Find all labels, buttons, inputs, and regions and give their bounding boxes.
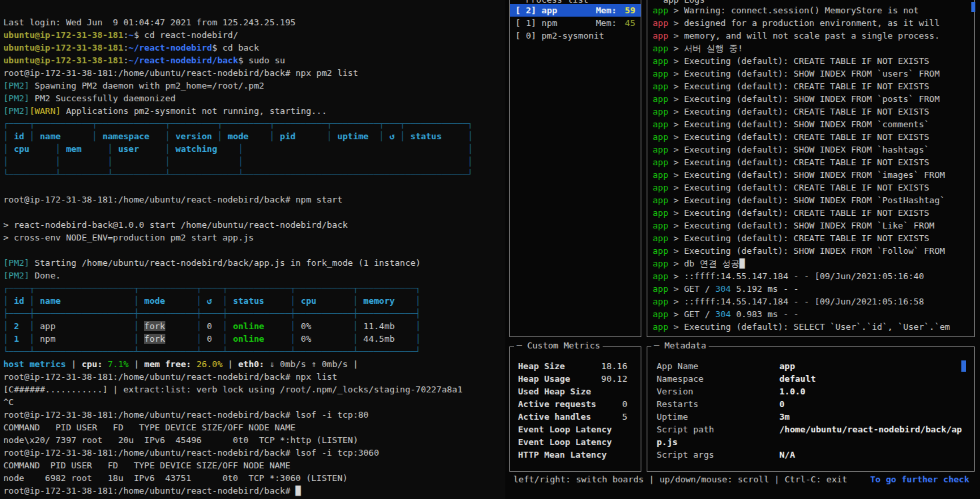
- metadata-row: App Nameapp: [647, 360, 974, 372]
- process-index: [ 0]: [515, 31, 536, 41]
- metric-row: Event Loop Latency: [510, 423, 641, 436]
- terminal-line: app > Executing (default): CREATE TABLE …: [653, 207, 969, 219]
- process-mem-value: 59: [621, 4, 635, 17]
- terminal-line: [3, 206, 505, 219]
- metadata-row: Namespacedefault: [647, 372, 974, 385]
- process-mem-label: Mem:: [596, 18, 617, 28]
- metric-row: Heap Size18.16: [510, 360, 641, 372]
- custom-metrics-title: Custom Metrics: [514, 340, 603, 350]
- terminal-line: app > Executing (default): CREATE TABLE …: [653, 131, 969, 143]
- metadata-value-wrap: p.js: [657, 436, 779, 448]
- terminal-line: ┌────┬───────────┬─────────────┬────────…: [3, 117, 505, 130]
- left-terminal-pane[interactable]: Last login: Wed Jun 9 01:04:47 2021 from…: [0, 0, 505, 499]
- terminal-line: │ 2 │ app │ fork │ 0 │ online │ 0% │ 11.…: [3, 320, 505, 332]
- app-logs-panel: app Logs app > Warning: connect.session(…: [647, 0, 975, 337]
- metadata-value: N/A: [779, 450, 795, 460]
- pm2-monit-pane[interactable]: Process list [ 2]app Mem:59 [ 1]npm Mem:…: [505, 0, 980, 499]
- terminal-line: root@ip-172-31-38-181:/home/ubuntu/react…: [3, 484, 505, 497]
- terminal-line: [C######...........] | extract:list: ver…: [3, 383, 505, 396]
- terminal-line: app > Executing (default): SHOW INDEX FR…: [653, 194, 969, 207]
- metric-label: HTTP Mean Latency: [518, 448, 607, 461]
- terminal-line: │ 1 │ npm │ fork │ 0 │ online │ 0% │ 44.…: [3, 332, 505, 345]
- terminal-line: root@ip-172-31-38-181:/home/ubuntu/react…: [3, 67, 505, 79]
- custom-metrics-panel: Custom Metrics Heap Size18.16 Heap Usage…: [509, 346, 641, 472]
- logs-scrollbar[interactable]: [971, 2, 975, 12]
- process-name: pm2-sysmonit: [541, 31, 604, 41]
- terminal-line: app > Executing (default): SHOW INDEX FR…: [653, 93, 969, 105]
- metadata-row: Restarts0: [647, 398, 974, 410]
- metadata-panel: Metadata App Nameapp Namespacedefault Ve…: [647, 346, 975, 472]
- terminal-line: │ │ │ │ │ │: [3, 155, 505, 168]
- pm2-promo-text: To go further check: [870, 473, 969, 486]
- metric-row: Heap Usage90.12: [510, 372, 641, 385]
- process-list-item[interactable]: [ 2]app Mem:59: [510, 4, 641, 17]
- terminal-line: ubuntu@ip-172-31-38-181:~$ cd react-node…: [3, 29, 505, 41]
- terminal-line: └─────────┴─────────┴──────────┴────────…: [3, 168, 505, 181]
- process-label: [ 2]app: [515, 4, 557, 17]
- metadata-row: Uptime3m: [647, 410, 974, 423]
- terminal-line: app > db 연결 성공█: [653, 257, 969, 270]
- process-index: [ 2]: [515, 5, 536, 15]
- terminal-line: [PM2][WARN] Applications pm2-sysmonit no…: [3, 105, 505, 117]
- terminal-line: app > Executing (default): SELECT `User`…: [653, 320, 969, 333]
- metadata-label: Version: [657, 385, 779, 398]
- metric-row: HTTP Mean Latency: [510, 448, 641, 461]
- terminal-line: COMMAND PID USER FD TYPE DEVICE SIZE/OFF…: [3, 421, 505, 434]
- metric-value: 18.16: [601, 360, 627, 372]
- terminal-line: root@ip-172-31-38-181:/home/ubuntu/react…: [3, 193, 505, 206]
- metadata-row: Script path/home/ubuntu/react-nodebird/b…: [647, 423, 974, 436]
- custom-metrics-list: Heap Size18.16 Heap Usage90.12 Used Heap…: [510, 360, 641, 461]
- process-list-item[interactable]: [ 1]npm Mem:45: [510, 17, 641, 29]
- metric-label: Event Loop Latency: [518, 436, 612, 448]
- terminal-line: root@ip-172-31-38-181:/home/ubuntu/react…: [3, 370, 505, 383]
- terminal-line: app > 서버 실행 중!: [653, 42, 969, 55]
- terminal-line: [3, 244, 505, 256]
- help-bar: left/right: switch boards | up/down/mous…: [505, 473, 975, 498]
- metric-value: 90.12: [601, 372, 627, 385]
- terminal-line: app > GET / 304 5.192 ms - -: [653, 282, 969, 295]
- metric-label: Active handles: [518, 410, 591, 423]
- process-mem-value: 45: [621, 17, 635, 29]
- process-mem: Mem:59: [596, 4, 635, 17]
- terminal-line: app > Executing (default): CREATE TABLE …: [653, 232, 969, 245]
- terminal-line: > react-nodebird-back@1.0.0 start /home/…: [3, 219, 505, 231]
- terminal-line: app > Executing (default): CREATE TABLE …: [653, 156, 969, 169]
- terminal-line: app > Warning: connect.session() MemoryS…: [653, 4, 969, 17]
- metadata-row: p.js: [647, 436, 974, 448]
- terminal-line: [3, 181, 505, 193]
- metadata-label: Script path: [657, 423, 779, 436]
- terminal-line: > cross-env NODE_ENV=production pm2 star…: [3, 231, 505, 244]
- metadata-value: /home/ubuntu/react-nodebird/back/ap: [779, 424, 962, 434]
- terminal-line: app > Executing (default): SHOW INDEX FR…: [653, 67, 969, 80]
- metadata-label: Uptime: [657, 410, 779, 423]
- metric-row: Event Loop Latency: [510, 436, 641, 448]
- metric-label: Active requests: [518, 398, 596, 410]
- terminal-line: │ id │ name │ namespace │ version │ mode…: [3, 130, 505, 143]
- terminal-line: app > Executing (default): CREATE TABLE …: [653, 181, 969, 194]
- terminal-line: host metrics | cpu: 7.1% | mem free: 26.…: [3, 358, 505, 370]
- terminal-line: app > Executing (default): SHOW INDEX FR…: [653, 143, 969, 156]
- screen: Last login: Wed Jun 9 01:04:47 2021 from…: [0, 0, 980, 499]
- terminal-line: app > Executing (default): CREATE TABLE …: [653, 55, 969, 67]
- metadata-label: App Name: [657, 360, 779, 372]
- terminal-line: COMMAND PID USER FD TYPE DEVICE SIZE/OFF…: [3, 459, 505, 472]
- process-label: [ 0]pm2-sysmonit: [515, 29, 604, 42]
- terminal-line: ubuntu@ip-172-31-38-181:~/react-nodebird…: [3, 41, 505, 54]
- metadata-value: 1.0.0: [779, 386, 805, 396]
- metric-row: Used Heap Size: [510, 385, 641, 398]
- metric-label: Used Heap Size: [518, 385, 591, 398]
- metadata-scrollbar[interactable]: [961, 360, 966, 372]
- terminal-line: app > GET / 304 0.983 ms - -: [653, 308, 969, 320]
- terminal-line: [PM2] Starting /home/ubuntu/react-nodebi…: [3, 256, 505, 269]
- terminal-line: app > Executing (default): SHOW INDEX FR…: [653, 219, 969, 232]
- terminal-line: app > Executing (default): SHOW INDEX FR…: [653, 118, 969, 131]
- metadata-value: default: [779, 374, 816, 384]
- metric-row: Active requests0: [510, 398, 641, 410]
- terminal-line: [PM2] Spawning PM2 daemon with pm2_home=…: [3, 79, 505, 92]
- metadata-value: 0: [779, 399, 785, 409]
- terminal-line: └────┴───────────────────┴───────────┴──…: [3, 345, 505, 358]
- terminal-line: │ cpu │ mem │ user │ watching │ │: [3, 143, 505, 155]
- metadata-label: Script args: [657, 448, 779, 461]
- process-list-item[interactable]: [ 0]pm2-sysmonit: [510, 29, 641, 42]
- metadata-label: Namespace: [657, 372, 779, 385]
